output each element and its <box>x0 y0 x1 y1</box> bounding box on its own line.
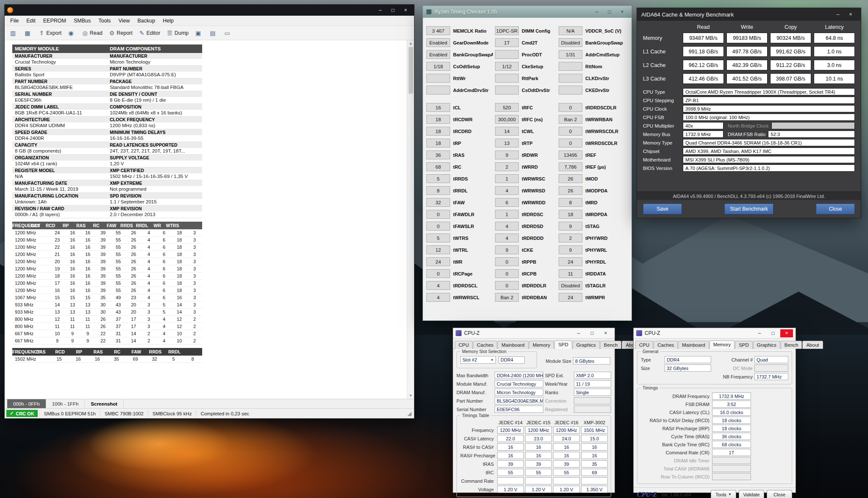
cpuz-titlebar[interactable]: CPU-Z – □ × <box>634 328 796 339</box>
toolbar-button[interactable]: ▦ <box>22 28 35 38</box>
maximize-button[interactable]: □ <box>767 329 779 337</box>
property-value: Not programmed <box>107 186 202 192</box>
timing-value: 4 <box>495 234 519 242</box>
tab[interactable]: Bench <box>600 341 622 349</box>
minimize-button[interactable]: – <box>753 329 766 337</box>
tab[interactable]: Memory <box>709 340 735 349</box>
tab[interactable]: Bench <box>781 341 802 349</box>
cpuz-titlebar[interactable]: CPU-Z – □ × <box>453 328 615 339</box>
toolbar-button[interactable]: ▥ <box>7 28 21 38</box>
scroll-up-icon[interactable]: ▲ <box>409 42 412 45</box>
table-row: 1200 MHz 24 16 16 39 55 26 4 6 18 3 <box>12 229 202 236</box>
timing-column-header: JEDEC #14 <box>497 420 524 425</box>
view-tab[interactable]: 000h - 0FFh <box>7 399 46 408</box>
maximize-button[interactable]: □ <box>604 8 615 16</box>
config-value: Enabled <box>426 38 450 47</box>
scrollbar[interactable]: ▲ ▼ <box>407 40 414 399</box>
resize-grip[interactable]: ◢ <box>407 410 412 417</box>
close-button[interactable]: × <box>599 329 612 337</box>
timing-value: 0 <box>426 269 450 278</box>
tools-button[interactable]: Tools ▼ <box>711 490 736 498</box>
toolbar-button[interactable]: ▤ <box>207 28 220 38</box>
menu-item[interactable]: SMBus <box>70 17 95 25</box>
registered-value <box>574 406 611 413</box>
aida-titlebar[interactable]: AIDA64 Cache & Memory Benchmark – × <box>637 8 861 21</box>
timing-row-label: RAS# to CAS# <box>460 445 496 450</box>
tab[interactable]: SPD <box>554 340 572 349</box>
tab[interactable]: Caches <box>473 341 497 349</box>
property-value: 0000h / A1 (8 layers) <box>12 211 107 218</box>
close-button[interactable]: Close <box>767 490 792 498</box>
tab[interactable]: About <box>802 341 823 349</box>
benchmark-row-label: L2 Cache <box>643 62 680 68</box>
tab[interactable]: Memory <box>529 341 554 349</box>
property-value: N/A <box>12 173 107 180</box>
window-title: CPU-Z <box>645 330 660 336</box>
toolbar-button[interactable]: ✎ Editor <box>136 28 163 38</box>
column-header: RRDL <box>165 348 184 356</box>
property-label: JEDEC DIMM LABEL <box>12 104 107 110</box>
close-button[interactable]: × <box>845 11 857 18</box>
minimize-button[interactable]: – <box>591 8 603 16</box>
tab[interactable]: SPD <box>735 341 753 349</box>
close-button[interactable]: × <box>400 6 412 14</box>
timing-label: tRDRDSCDLR <box>584 105 629 110</box>
tab[interactable]: CPU <box>455 341 473 349</box>
system-info-row: CPU FSB 100.0 MHz (original: 100 MHz) <box>643 114 855 121</box>
view-tab[interactable]: 100h - 1FFh <box>46 399 85 408</box>
close-button[interactable]: × <box>616 8 628 16</box>
config-label: CLKDrvStr <box>584 76 629 81</box>
week-year-value: 11 / 19 <box>574 380 611 387</box>
timing-row: 36 tRAS 9 tRDWR 13495 tREF <box>426 150 628 159</box>
maximize-button[interactable]: □ <box>387 6 399 14</box>
toolbar-button[interactable]: ◉ <box>65 28 78 38</box>
minimize-button[interactable]: – <box>572 329 585 337</box>
save-button[interactable]: Save <box>643 203 682 214</box>
menu-item[interactable]: Help <box>159 17 178 25</box>
scroll-thumb[interactable] <box>409 47 413 94</box>
config-value <box>495 50 519 59</box>
info-label: CPU Stepping <box>643 98 680 103</box>
scroll-down-icon[interactable]: ▼ <box>409 394 412 398</box>
tab[interactable]: Graphics <box>573 341 600 349</box>
menu-item[interactable]: EEPROM <box>39 17 70 25</box>
toolbar-button[interactable]: ▭ <box>222 28 235 38</box>
toolbar-button[interactable]: ⚙ Report <box>106 28 136 38</box>
info-value: OctalCore AMD Ryzen Threadripper 1900X (… <box>683 88 855 95</box>
tab[interactable]: Caches <box>654 341 678 349</box>
tab[interactable]: CPU <box>635 341 653 349</box>
menu-item[interactable]: File <box>6 17 22 25</box>
property-value: 1502 MHz / 15-16-16-35-69 / 1,35 V <box>107 173 202 180</box>
report-row: REGISTER MODEL N/A XMP CERTIFIED 1502 MH… <box>12 167 202 180</box>
toolbar-button[interactable]: ⇑ Export <box>36 28 64 38</box>
toolbar-button[interactable]: ▣ <box>192 28 206 38</box>
benchmark-value: 412.46 GB/s <box>683 73 724 84</box>
menu-item[interactable]: View <box>114 17 134 25</box>
menu-item[interactable]: Backup <box>134 17 159 25</box>
timing-value: 69 <box>581 469 608 476</box>
validate-button[interactable]: Validate <box>739 490 764 498</box>
minimize-button[interactable]: – <box>832 11 844 18</box>
toolbar-button[interactable]: ◎ Read <box>80 28 106 38</box>
table-row: 667 MHz 9 9 9 22 31 14 2 4 10 2 <box>12 337 202 345</box>
column-header: RAS <box>89 348 108 356</box>
slot-select-dropdown[interactable]: Slot #2 ▼ <box>460 356 496 364</box>
view-tab[interactable]: Screenshot <box>85 399 124 408</box>
close-button[interactable]: Close <box>816 203 855 214</box>
thaiphoon-titlebar[interactable]: – □ × <box>5 5 414 16</box>
toolbar-button[interactable]: ☰ Dump <box>164 28 192 38</box>
close-button[interactable]: × <box>780 329 793 337</box>
start-benchmark-button[interactable]: Start Benchmark <box>724 203 773 214</box>
tab[interactable]: Mainboard <box>678 341 709 349</box>
minimize-button[interactable]: – <box>374 6 386 14</box>
tab[interactable]: Mainboard <box>498 341 528 349</box>
column-header: RRDS <box>119 222 134 229</box>
rtc-titlebar[interactable]: Ryzen Timing Checker 1.05 – □ × <box>423 6 632 18</box>
tab[interactable]: Graphics <box>753 341 780 349</box>
desktop: – □ × FileEditEEPROMSMBusToolsViewBackup… <box>0 0 868 498</box>
menu-item[interactable]: Edit <box>22 17 39 25</box>
report-row: ARCHITECTURE DDR4 SDRAM UDIMM CLOCK FREQ… <box>12 117 202 129</box>
maximize-button[interactable]: □ <box>586 329 598 337</box>
timing-value: 0 <box>426 210 450 219</box>
menu-item[interactable]: Tools <box>95 17 114 25</box>
